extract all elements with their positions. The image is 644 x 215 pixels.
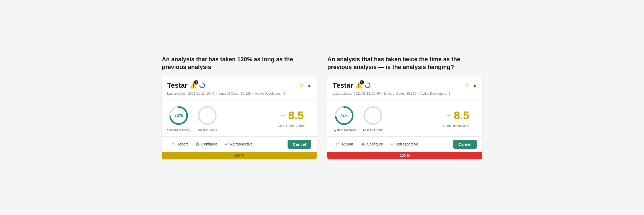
right-configure-button[interactable]: ⚙️ Configure (358, 140, 386, 148)
left-retrospective-label: Retrospective (230, 142, 253, 146)
left-system-mastery: 72% System Mastery (167, 105, 190, 132)
right-retrospective-icon: ↩ (391, 142, 394, 146)
right-score-number: 8.5 (454, 109, 469, 122)
right-meta-loc-value: 89,126 (406, 92, 416, 95)
left-meta-dev-value: 3 (283, 92, 285, 95)
right-star-icon[interactable]: ☆ (465, 82, 470, 89)
right-card-meta: Last analysis: 2021-01-18, 10:46 Lines o… (333, 92, 477, 95)
right-meta-dev-label: Active Developers: (421, 92, 447, 95)
left-retrospective-icon: ↩ (225, 142, 228, 146)
left-score-arrow: → (278, 111, 286, 120)
left-badge-count: 1 (194, 80, 198, 85)
right-mastery-label: System Mastery (333, 128, 356, 132)
left-card-body: 72% System Mastery - Missed Goals (162, 99, 317, 136)
right-meta-loc-label: Lines of Code: (384, 92, 405, 95)
left-meta-dot-2 (252, 93, 253, 94)
right-column: An analysis that has taken twice the tim… (327, 56, 482, 159)
left-cancel-button[interactable]: Cancel (288, 140, 311, 149)
left-retrospective-button[interactable]: ↩ Retrospective (222, 140, 256, 148)
left-project-name: Testar (167, 81, 187, 90)
left-score-container: → 8.5 Code Health Score (271, 109, 311, 128)
left-score-value: → 8.5 (278, 109, 304, 122)
right-retrospective-label: Retrospective (395, 142, 418, 146)
left-configure-button[interactable]: ⚙️ Configure (192, 140, 221, 148)
right-report-button[interactable]: 📄 Report (333, 140, 356, 148)
page-container: An analysis that has taken 120% as long … (162, 56, 482, 159)
right-meta-dev-value: 3 (449, 92, 451, 95)
left-chevron-icon[interactable]: ▲ (307, 83, 311, 88)
left-meta-dot-1 (216, 93, 217, 94)
right-meta-dot-2 (418, 93, 419, 94)
right-report-icon: 📄 (336, 142, 340, 146)
left-report-icon: 📄 (170, 142, 175, 146)
left-meta-last-analysis-label: Last analysis: (167, 92, 187, 95)
right-card-body: 72% System Mastery - Missed Goals (327, 99, 482, 136)
right-mastery-circle: 72% (333, 105, 355, 126)
left-title-left: Testar ⚠️ 1 (167, 81, 205, 90)
right-system-mastery: 72% System Mastery (333, 105, 356, 132)
right-card-footer: 📄 Report ⚙️ Configure ↩ Retrospective Ca… (327, 136, 482, 152)
right-retrospective-button[interactable]: ↩ Retrospective (387, 140, 422, 148)
left-configure-icon: ⚙️ (195, 142, 200, 146)
right-warning-badge: ⚠️ 1 (355, 82, 362, 89)
left-title: An analysis that has taken 120% as long … (162, 56, 317, 71)
left-score-number: 8.5 (288, 109, 304, 122)
left-meta-loc-label: Lines of Code: (219, 92, 239, 95)
left-mastery-label: System Mastery (167, 128, 190, 132)
right-missed-goals: - Missed Goals (362, 105, 383, 132)
right-card: Testar ⚠️ 1 ☆ ▲ (327, 76, 482, 159)
right-missed-circle: - (362, 105, 383, 126)
right-configure-icon: ⚙️ (361, 142, 365, 146)
right-cancel-button[interactable]: Cancel (453, 140, 477, 149)
left-spinner-icon (199, 82, 205, 89)
right-missed-label: Missed Goals (363, 128, 383, 132)
left-meta-dev-label: Active Developers: (255, 92, 282, 95)
right-title-left: Testar ⚠️ 1 (333, 81, 371, 90)
right-meta-last-analysis-label: Last analysis: (333, 92, 352, 95)
left-mastery-value: 72% (174, 113, 183, 118)
right-title: An analysis that has taken twice the tim… (327, 56, 482, 71)
left-configure-label: Configure (201, 142, 218, 146)
left-card-footer: 📄 Report ⚙️ Configure ↩ Retrospective Ca… (162, 136, 317, 152)
right-spinner-icon (364, 82, 371, 89)
left-missed-label: Missed Goals (198, 128, 217, 132)
right-project-name: Testar (333, 81, 353, 90)
left-card: Testar ⚠️ 1 ☆ ▲ (162, 76, 317, 159)
left-star-icon[interactable]: ☆ (299, 82, 304, 89)
left-progress-bar: 100 % (162, 152, 317, 159)
right-title-right: ☆ ▲ (465, 82, 477, 89)
right-progress-bar: 100 % (327, 152, 482, 159)
right-card-header: Testar ⚠️ 1 ☆ ▲ (327, 76, 482, 99)
left-title-right: ☆ ▲ (299, 82, 311, 89)
right-score-container: → 8.5 Code Health Score (437, 109, 477, 128)
right-meta-dot-1 (382, 93, 383, 94)
left-report-label: Report (176, 142, 188, 146)
right-configure-label: Configure (367, 142, 383, 146)
left-card-meta: Last analysis: 2021-01-18, 10:46 Lines o… (167, 92, 311, 95)
right-mastery-value: 72% (340, 113, 348, 118)
left-mastery-circle: 72% (168, 105, 189, 126)
left-missed-goals: - Missed Goals (197, 105, 218, 132)
right-missed-value: - (372, 113, 373, 118)
left-card-header: Testar ⚠️ 1 ☆ ▲ (162, 76, 317, 99)
left-warning-badge: ⚠️ 1 (190, 82, 197, 89)
right-badge-count: 1 (360, 80, 364, 85)
right-report-label: Report (342, 142, 353, 146)
left-title-row: Testar ⚠️ 1 ☆ ▲ (167, 81, 311, 90)
left-score-label: Code Health Score (278, 124, 305, 128)
right-chevron-icon[interactable]: ▲ (473, 83, 477, 88)
right-score-arrow: → (444, 111, 451, 120)
left-missed-circle: - (197, 105, 218, 126)
left-column: An analysis that has taken 120% as long … (162, 56, 317, 159)
left-meta-loc-value: 89,126 (241, 92, 251, 95)
right-score-value: → 8.5 (444, 109, 469, 122)
left-meta-last-analysis-value: 2021-01-18, 10:46 (188, 92, 214, 95)
right-meta-last-analysis-value: 2021-01-18, 10:46 (354, 92, 380, 95)
left-missed-value: - (206, 113, 208, 118)
left-report-button[interactable]: 📄 Report (167, 140, 191, 148)
right-progress-label: 100 % (400, 153, 410, 158)
left-progress-label: 100 % (234, 153, 244, 158)
right-title-row: Testar ⚠️ 1 ☆ ▲ (333, 81, 477, 90)
right-score-label: Code Health Score (443, 124, 470, 128)
